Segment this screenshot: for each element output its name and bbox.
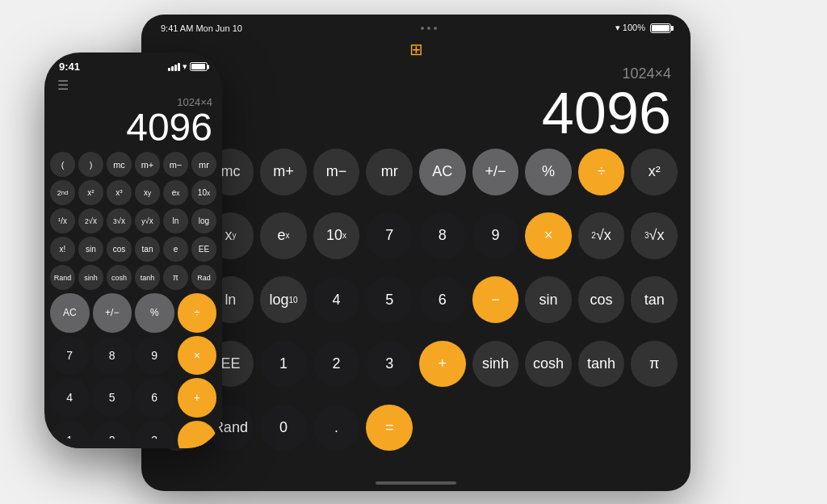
iphone-btn-close-paren[interactable]: ) [78,152,103,177]
btn-6[interactable]: 6 [419,276,466,323]
btn-mminus[interactable]: m− [313,149,360,195]
scene: 9:41 AM Mon Jun 10 ▾ 100% ⊞ 1024×4 4096 [0,0,827,504]
btn-x2[interactable]: x² [631,149,678,195]
iphone-btn-sign[interactable]: +/− [93,293,132,333]
iphone-btn-cos[interactable]: cos [107,237,132,262]
iphone-btn-x3[interactable]: x³ [107,180,132,205]
iphone-btn-sqrt2[interactable]: 2√x [78,208,103,233]
iphone-btn-2nd[interactable]: 2nd [50,180,75,205]
iphone-btn-open-paren[interactable]: ( [50,152,75,177]
iphone-btn-tanh[interactable]: tanh [135,265,160,290]
iphone-btn-sinh[interactable]: sinh [78,265,103,290]
btn-divide[interactable]: ÷ [578,149,625,195]
btn-sign[interactable]: +/− [472,149,519,195]
btn-0[interactable]: 0 [260,405,307,452]
iphone-btn-mul[interactable]: × [178,336,217,376]
iphone-btn-ee[interactable]: EE [191,237,216,262]
iphone-status-bar: 9:41 ▾ [44,52,222,76]
iphone-btn-add[interactable]: + [178,378,217,418]
btn-multiply[interactable]: × [525,212,572,259]
iphone-toolbar: ☰ [44,76,222,96]
btn-10x[interactable]: 10x [313,212,360,259]
iphone-btn-7[interactable]: 7 [50,336,90,376]
iphone-btn-e[interactable]: e [163,237,188,262]
iphone-btn-x2[interactable]: x² [78,180,103,205]
btn-mplus[interactable]: m+ [260,149,307,195]
iphone-btn-ac[interactable]: AC [50,293,90,333]
iphone-btn-sqrty[interactable]: y√x [135,208,160,233]
btn-tanh[interactable]: tanh [578,341,625,388]
btn-sqrt2[interactable]: 2√x [578,212,625,259]
iphone-btn-div[interactable]: ÷ [178,293,217,333]
iphone-btn-4[interactable]: 4 [50,378,90,418]
btn-9[interactable]: 9 [472,212,519,259]
iphone-btn-pct[interactable]: % [135,293,174,333]
btn-sqrt3[interactable]: 3√x [631,212,678,259]
iphone-list-icon[interactable]: ☰ [57,78,69,93]
iphone-btn-log[interactable]: log [191,208,216,233]
iphone-btn-10x[interactable]: 10x [191,180,216,205]
iphone-btn-rad[interactable]: Rad [191,265,216,290]
btn-cos[interactable]: cos [578,276,625,323]
btn-2[interactable]: 2 [313,341,360,388]
iphone-btn-dot[interactable]: . [133,439,174,448]
iphone-num-grid: AC +/− % ÷ 7 8 9 × 4 5 6 + 1 2 3 − [44,293,222,439]
btn-pi[interactable]: π [631,341,678,388]
iphone-time: 9:41 [59,61,80,73]
iphone-sci-grid: ( ) mc m+ m− mr 2nd x² x³ xy ex 10x ¹/x … [44,152,222,293]
btn-sinh[interactable]: sinh [472,341,519,388]
ipad-device: 9:41 AM Mon Jun 10 ▾ 100% ⊞ 1024×4 4096 [141,15,691,491]
btn-mr[interactable]: mr [366,149,413,195]
iphone-wifi-icon: ▾ [183,61,187,72]
iphone-device: 9:41 ▾ ☰ 1024×4 4096 [44,52,222,448]
btn-1[interactable]: 1 [260,341,307,388]
btn-sin[interactable]: sin [525,276,572,323]
ipad-display: 1024×4 4096 [154,65,678,149]
ipad-expression: 1024×4 [161,65,671,82]
iphone-btn-mr[interactable]: mr [191,152,216,177]
iphone-btn-1overx[interactable]: ¹/x [50,208,75,233]
ipad-status-bar: 9:41 AM Mon Jun 10 ▾ 100% [141,15,691,36]
btn-minus[interactable]: − [472,276,519,323]
btn-ac[interactable]: AC [419,149,466,195]
btn-tan[interactable]: tan [631,276,678,323]
ipad-status-right: ▾ 100% [615,23,671,33]
btn-log10[interactable]: log10 [260,276,307,323]
btn-percent[interactable]: % [525,149,572,195]
iphone-btn-xy[interactable]: xy [135,180,160,205]
iphone-btn-xfact[interactable]: x! [50,237,75,262]
iphone-btn-sin[interactable]: sin [78,237,103,262]
iphone-btn-cosh[interactable]: cosh [107,265,132,290]
btn-7[interactable]: 7 [366,212,413,259]
ipad-result: 4096 [161,84,671,142]
iphone-btn-9[interactable]: 9 [135,336,174,376]
iphone-btn-pi[interactable]: π [163,265,188,290]
iphone-btn-5[interactable]: 5 [93,378,132,418]
btn-4[interactable]: 4 [313,276,360,323]
btn-equals[interactable]: = [366,405,413,452]
sidebar-icon[interactable]: ⊞ [409,40,423,59]
btn-3[interactable]: 3 [366,341,413,388]
btn-5[interactable]: 5 [366,276,413,323]
iphone-btn-0[interactable]: 0 [50,439,130,448]
btn-cosh[interactable]: cosh [525,341,572,388]
btn-8[interactable]: 8 [419,212,466,259]
wifi-icon: ▾ 100% [615,23,645,33]
iphone-btn-rand[interactable]: Rand [50,265,75,290]
btn-ex[interactable]: ex [260,212,307,259]
ipad-time: 9:41 AM Mon Jun 10 [161,23,242,33]
ipad-toolbar: ⊞ [141,36,691,65]
iphone-btn-mplus[interactable]: m+ [135,152,160,177]
iphone-btn-ln[interactable]: ln [163,208,188,233]
btn-plus[interactable]: + [419,341,466,388]
iphone-btn-ex[interactable]: ex [163,180,188,205]
signal-bars [168,63,180,71]
ipad-calc-body: 1024×4 4096 ( mc m+ m− mr AC +/− % ÷ x² … [141,65,691,475]
iphone-btn-6[interactable]: 6 [135,378,174,418]
iphone-btn-mc[interactable]: mc [107,152,132,177]
iphone-btn-8[interactable]: 8 [93,336,132,376]
iphone-btn-tan[interactable]: tan [135,237,160,262]
iphone-btn-mminus[interactable]: m− [163,152,188,177]
iphone-btn-sqrt3[interactable]: 3√x [107,208,132,233]
btn-decimal[interactable]: . [313,405,360,452]
